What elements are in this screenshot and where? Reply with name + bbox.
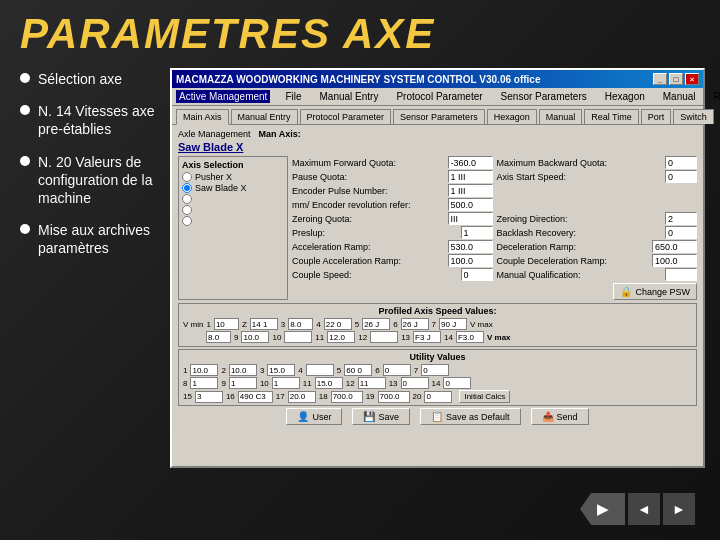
user-icon: 👤 [297, 411, 309, 422]
speed-4-input[interactable] [324, 318, 352, 330]
param-pause-input[interactable] [448, 170, 493, 183]
tab-protocol[interactable]: Protocol Parameter [300, 109, 392, 124]
param-max-forward-input[interactable] [448, 156, 493, 169]
menu-manual-entry[interactable]: Manual Entry [317, 90, 382, 103]
util-15[interactable] [195, 391, 223, 403]
param-encoder-label: Encoder Pulse Number: [292, 186, 388, 196]
speed-6-input[interactable] [401, 318, 429, 330]
save-button[interactable]: 💾 Save [352, 408, 410, 425]
menu-realtime[interactable]: Real Time [711, 90, 720, 103]
save-as-default-button[interactable]: 📋 Save as Default [420, 408, 521, 425]
speed-5-input[interactable] [362, 318, 390, 330]
util-18[interactable] [331, 391, 363, 403]
param-max-forward-label: Maximum Forward Quota: [292, 158, 396, 168]
param-couple-accel-input[interactable] [448, 254, 493, 267]
util-13[interactable] [401, 377, 429, 389]
speed-row2-5[interactable] [370, 331, 398, 343]
param-accel-input[interactable] [448, 240, 493, 253]
param-decel-input[interactable] [652, 240, 697, 253]
util-16[interactable] [238, 391, 273, 403]
tab-port[interactable]: Port [641, 109, 672, 124]
param-max-back-label: Maximum Backward Quota: [497, 158, 608, 168]
tab-sensor[interactable]: Sensor Parameters [393, 109, 485, 124]
speed-z-input[interactable] [250, 318, 278, 330]
param-backlash-input[interactable] [665, 226, 697, 239]
bullet-list: Sélection axe N. 14 Vitesses axe pre-éta… [20, 70, 175, 272]
param-manual-qual-input[interactable] [665, 268, 697, 281]
user-button[interactable]: 👤 User [286, 408, 342, 425]
speed-1-input[interactable] [214, 318, 239, 330]
util-7[interactable] [421, 364, 449, 376]
tab-switch[interactable]: Switch [673, 109, 714, 124]
param-couple-decel-input[interactable] [652, 254, 697, 267]
util-14[interactable] [443, 377, 471, 389]
bullet-dot-3 [20, 156, 30, 166]
tab-manual-entry[interactable]: Manual Entry [231, 109, 298, 124]
util-19[interactable] [378, 391, 410, 403]
speed-3-input[interactable] [288, 318, 313, 330]
param-mmenc-input[interactable] [448, 198, 493, 211]
title-bar: MACMAZZA WOODWORKING MACHINERY SYSTEM CO… [172, 70, 703, 88]
speed-row2-4[interactable] [327, 331, 355, 343]
tab-realtime[interactable]: Real Time [584, 109, 639, 124]
param-max-back-input[interactable] [665, 156, 697, 169]
param-zeroing-input[interactable] [448, 212, 493, 225]
param-axis-start-input[interactable] [665, 170, 697, 183]
menu-hexagon[interactable]: Hexagon [602, 90, 648, 103]
minimize-button[interactable]: _ [653, 73, 667, 85]
radio-opt3[interactable] [182, 194, 284, 204]
close-button[interactable]: × [685, 73, 699, 85]
param-couple-speed-input[interactable] [461, 268, 493, 281]
util-11[interactable] [315, 377, 343, 389]
util-2[interactable] [229, 364, 257, 376]
maximize-button[interactable]: □ [669, 73, 683, 85]
saw-blade-heading: Saw Blade X [178, 141, 243, 153]
param-encoder-input[interactable] [448, 184, 493, 197]
util-10[interactable] [272, 377, 300, 389]
util-1[interactable] [190, 364, 218, 376]
change-psw-label: Change PSW [635, 287, 690, 297]
tab-main-axis[interactable]: Main Axis [176, 109, 229, 125]
param-zeroing-dir-input[interactable] [665, 212, 697, 225]
menu-manual[interactable]: Manual [660, 90, 699, 103]
tab-hexagon[interactable]: Hexagon [487, 109, 537, 124]
util-20[interactable] [424, 391, 452, 403]
util-6[interactable] [383, 364, 411, 376]
menu-file[interactable]: File [282, 90, 304, 103]
param-decel-label: Deceleration Ramp: [497, 242, 577, 252]
radio-saw-blade-x[interactable]: Saw Blade X [182, 183, 284, 193]
utility-label: Utility Values [183, 352, 692, 362]
initial-calcs-button[interactable]: Initial Calcs [459, 390, 510, 403]
mgmt-label: Axle Management [178, 129, 251, 139]
menu-active-management[interactable]: Active Management [176, 90, 270, 103]
util-12[interactable] [358, 377, 386, 389]
send-button[interactable]: 📤 Send [531, 408, 589, 425]
speed-row2-6[interactable] [413, 331, 441, 343]
speed-row2-1[interactable] [206, 331, 231, 343]
speed-row2-7[interactable] [456, 331, 484, 343]
nav-right-button[interactable]: ▶ [580, 493, 625, 525]
menu-sensor[interactable]: Sensor Parameters [498, 90, 590, 103]
radio-opt4[interactable] [182, 205, 284, 215]
radio-opt5[interactable] [182, 216, 284, 226]
util-5[interactable] [344, 364, 372, 376]
nav-prev-button[interactable]: ◄ [628, 493, 660, 525]
util-4[interactable] [306, 364, 334, 376]
util-9[interactable] [229, 377, 257, 389]
menu-protocol-parameter[interactable]: Protocol Parameter [393, 90, 485, 103]
param-pause-label: Pause Quota: [292, 172, 347, 182]
speed-7-input[interactable] [439, 318, 467, 330]
param-preslup-input[interactable] [461, 226, 493, 239]
nav-next-button[interactable]: ► [663, 493, 695, 525]
speed-row2-2[interactable] [241, 331, 269, 343]
param-backlash-label: Backlash Recovery: [497, 228, 577, 238]
util-3[interactable] [267, 364, 295, 376]
util-8[interactable] [190, 377, 218, 389]
util-17[interactable] [288, 391, 316, 403]
tab-manual[interactable]: Manual [539, 109, 583, 124]
main-axis-label: Man Axis: [259, 129, 301, 139]
speed-row2-3[interactable] [284, 331, 312, 343]
radio-pusher-x[interactable]: Pusher X [182, 172, 284, 182]
param-couple-decel-label: Couple Deceleration Ramp: [497, 256, 608, 266]
change-psw-button[interactable]: 🔒 Change PSW [613, 283, 697, 300]
